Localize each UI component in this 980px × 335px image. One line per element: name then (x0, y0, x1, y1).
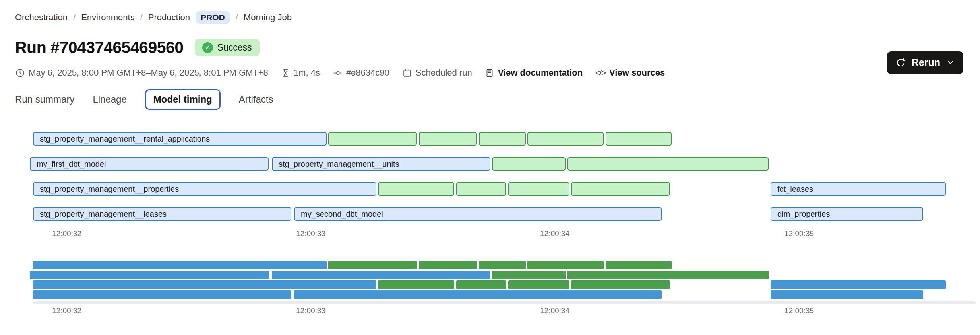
gantt-bar-green[interactable] (606, 132, 672, 146)
minimap-bar (492, 271, 566, 279)
minimap-bar (508, 280, 569, 289)
minimap-bar (328, 261, 417, 269)
minimap-bar (771, 280, 946, 289)
axis-tick: 12:00:33 (296, 229, 325, 238)
gantt-bar-green[interactable] (456, 182, 506, 196)
minimap-bar (771, 290, 923, 299)
gantt-bar-blue[interactable]: stg_property_management__leases (33, 207, 291, 221)
axis-tick: 12:00:33 (296, 306, 325, 315)
minimap-bar (606, 261, 672, 269)
axis-tick: 12:00:34 (540, 306, 569, 315)
gantt-bar-green[interactable] (571, 182, 670, 196)
minimap-bar (33, 261, 327, 269)
axis-tick: 12:00:32 (52, 306, 81, 315)
minimap-bar (479, 261, 526, 269)
minimap-bar (33, 290, 291, 299)
minimap-bar (33, 280, 376, 289)
minimap-bar (294, 290, 662, 299)
axis-tick: 12:00:35 (784, 306, 814, 315)
minimap-bar (571, 280, 670, 289)
gantt-bar-green[interactable] (328, 132, 417, 146)
gantt-bar-green[interactable] (492, 157, 566, 171)
minimap-bar (378, 280, 454, 289)
gantt-bar-green[interactable] (508, 182, 569, 196)
minimap-bar (30, 271, 269, 279)
model-timing-gantt: stg_property_management__rental_applicat… (0, 0, 980, 335)
gantt-bar-green[interactable] (479, 132, 526, 146)
gantt-bar-blue[interactable]: stg_property_management__properties (33, 182, 376, 196)
axis-tick: 12:00:35 (784, 229, 814, 238)
minimap-bar (419, 261, 477, 269)
gantt-bar-blue[interactable]: stg_property_management__rental_applicat… (33, 132, 327, 146)
minimap-brush-track[interactable] (33, 301, 976, 304)
gantt-bar-green[interactable] (567, 157, 769, 171)
gantt-bar-blue[interactable]: fct_leases (771, 182, 946, 196)
minimap-bar (527, 261, 604, 269)
minimap-bar (567, 271, 769, 279)
gantt-bar-green[interactable] (527, 132, 604, 146)
run-detail-page: Orchestration / Environments / Productio… (0, 0, 980, 335)
axis-tick: 12:00:32 (52, 229, 81, 238)
minimap-bar (272, 271, 490, 279)
minimap-bar (456, 280, 506, 289)
gantt-bar-blue[interactable]: my_second_dbt_model (294, 207, 662, 221)
gantt-bar-blue[interactable]: my_first_dbt_model (30, 157, 269, 171)
gantt-bar-blue[interactable]: dim_properties (771, 207, 923, 221)
axis-tick: 12:00:34 (540, 229, 569, 238)
gantt-bar-blue[interactable]: stg_property_management__units (272, 157, 490, 171)
gantt-bar-green[interactable] (419, 132, 477, 146)
gantt-bar-green[interactable] (378, 182, 454, 196)
